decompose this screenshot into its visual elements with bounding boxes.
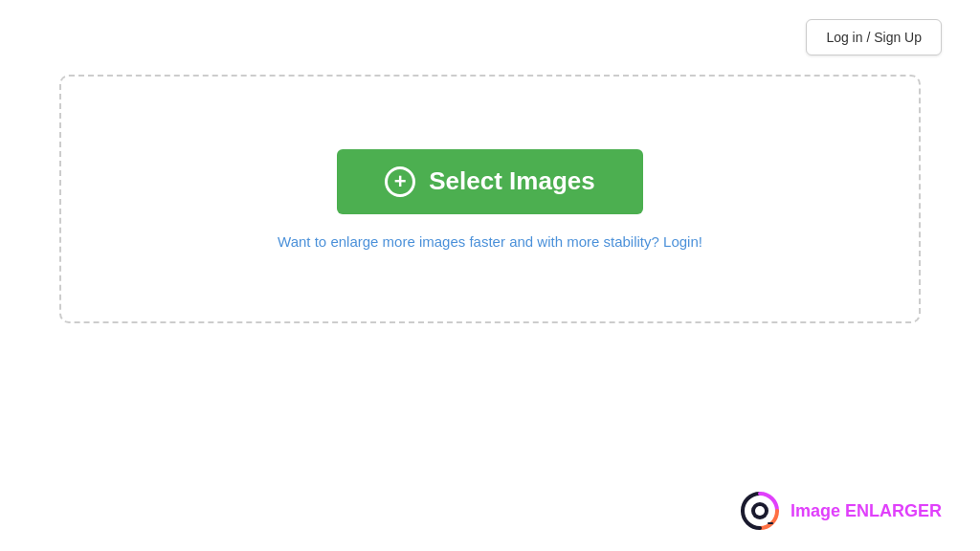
login-prompt-text: Want to enlarge more images faster and w…: [278, 233, 702, 250]
plus-circle-icon: +: [385, 166, 415, 197]
branding: Image ENLARGER: [739, 490, 942, 532]
brand-name-bold: ENLARGER: [845, 501, 942, 520]
svg-rect-2: [768, 522, 773, 524]
select-images-button[interactable]: + Select Images: [337, 149, 642, 214]
login-signup-button[interactable]: Log in / Sign Up: [806, 19, 942, 55]
main-content: + Select Images Want to enlarge more ima…: [0, 75, 980, 323]
brand-name-plain: Image: [791, 501, 845, 520]
brand-logo-icon: [739, 490, 781, 532]
svg-point-1: [755, 506, 765, 516]
header: Log in / Sign Up: [0, 0, 980, 75]
select-images-label: Select Images: [429, 166, 594, 196]
drop-zone[interactable]: + Select Images Want to enlarge more ima…: [59, 75, 921, 323]
brand-name: Image ENLARGER: [791, 501, 942, 521]
